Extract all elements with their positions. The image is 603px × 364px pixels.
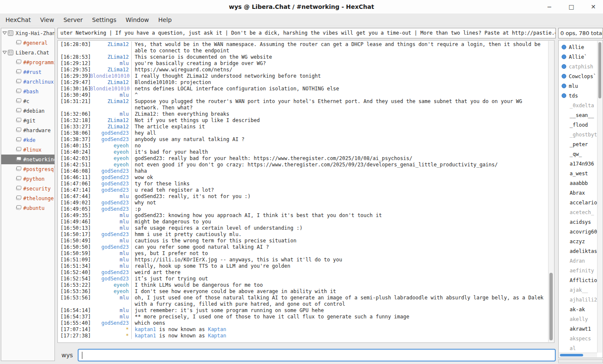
- user-row[interactable]: accelario: [559, 198, 597, 207]
- nick: godSend23: [90, 276, 132, 282]
- user-name: _ghostbyt: [570, 132, 597, 138]
- user-row[interactable]: _qw_: [559, 149, 597, 159]
- sidebar-item-kde[interactable]: #kde: [1, 135, 54, 145]
- tree-server-row[interactable]: Xing-Hai-Zhang: [1, 28, 54, 38]
- nick: ZLima12: [90, 124, 132, 130]
- user-row[interactable]: acovrig60: [559, 227, 597, 236]
- close-icon[interactable]: ✕: [589, 3, 597, 11]
- user-row[interactable]: ajak__: [559, 285, 597, 295]
- sidebar-item-security[interactable]: #security: [1, 184, 54, 193]
- timestamp: [16:53:36]: [58, 288, 90, 295]
- sidebar-item-thelounge[interactable]: #thelounge: [1, 193, 54, 203]
- user-row[interactable]: Affliction: [559, 275, 597, 285]
- chevron-down-icon[interactable]: [3, 31, 8, 35]
- user-row[interactable]: Allie: [559, 42, 597, 52]
- user-row[interactable]: adeliktas: [559, 246, 597, 256]
- message-text: Suppose you plugged the router's WAN por…: [132, 98, 548, 111]
- menu-item-window[interactable]: Window: [121, 14, 153, 26]
- user-name: _qw_: [570, 151, 582, 157]
- userlist-vscrollbar-thumb[interactable]: [598, 42, 601, 98]
- user-row[interactable]: Abrax: [559, 188, 597, 198]
- menu-item-settings[interactable]: Settings: [87, 14, 121, 26]
- user-row[interactable]: aczyz: [559, 236, 597, 246]
- sidebar-item-c[interactable]: #c: [1, 96, 54, 106]
- message-input[interactable]: [78, 349, 556, 361]
- user-row[interactable]: akspecs: [559, 334, 597, 343]
- sidebar-item-ubuntu[interactable]: #ubuntu: [1, 203, 54, 213]
- user-row[interactable]: aaabbb: [559, 178, 597, 188]
- sidebar-item-git[interactable]: #git: [1, 116, 54, 125]
- nick: godSend23: [90, 269, 132, 276]
- message-text: kaptan1 is now known as Kaptan: [132, 333, 548, 339]
- user-row[interactable]: a174n936: [559, 159, 597, 168]
- tree-server-row[interactable]: Libera.Chat: [1, 48, 54, 57]
- timestamp: [16:49:46]: [58, 219, 90, 225]
- chevron-down-icon[interactable]: [3, 51, 8, 54]
- userlist-hscrollbar[interactable]: [559, 353, 597, 357]
- user-row[interactable]: _ghostbyt: [559, 130, 597, 139]
- nick: ZLima12: [90, 117, 132, 124]
- sidebar-item-bash[interactable]: #bash: [1, 87, 54, 96]
- timestamp: [16:53:22]: [58, 282, 90, 288]
- server-name: Libera.Chat: [16, 50, 49, 56]
- user-row[interactable]: akrawt1: [559, 324, 597, 334]
- user-row[interactable]: Cowclops`: [559, 71, 597, 81]
- sidebar-item-debian[interactable]: #debian: [1, 106, 54, 116]
- minimize-icon[interactable]: −: [546, 3, 553, 11]
- maximize-icon[interactable]: □: [568, 3, 575, 11]
- timestamp: [16:49:05]: [58, 206, 90, 212]
- sidebar-item-programming[interactable]: ##programming: [1, 57, 54, 67]
- user-row[interactable]: ak-ak: [559, 304, 597, 314]
- user-name: aaabbb: [570, 180, 588, 186]
- topic-input[interactable]: uter Networking | If you have a question…: [57, 28, 556, 38]
- user-row[interactable]: a_west: [559, 168, 597, 178]
- user-row[interactable]: mlu: [559, 81, 597, 91]
- message-row: [16:49:35]mlugodSend23: knowing how you …: [58, 212, 548, 219]
- message-row: [16:29:39]Blondie101010I really thought …: [58, 73, 548, 79]
- sidebar-item-archlinux[interactable]: #archlinux: [1, 77, 54, 87]
- sidebar-item-networking[interactable]: #networking: [1, 155, 54, 164]
- user-row[interactable]: Allie`: [559, 52, 597, 62]
- nick: mlu: [90, 193, 132, 200]
- message-text: it's bad for your health: [132, 149, 548, 155]
- menu-item-hexchat[interactable]: HexChat: [1, 14, 35, 26]
- userlist-vscrollbar[interactable]: [597, 41, 602, 353]
- sidebar-item-general[interactable]: #general: [1, 38, 54, 48]
- sidebar-item-hardware[interactable]: #hardware: [1, 125, 54, 135]
- sidebar-item-rust[interactable]: ##rust: [1, 67, 54, 77]
- channel-name: ##rust: [23, 69, 41, 75]
- message-text: anybody use any natural talking AI ?: [132, 136, 548, 143]
- user-row[interactable]: acetech_: [559, 207, 597, 217]
- message-row: [16:42:51]eyeohnot even good if you don'…: [58, 162, 548, 168]
- chat-scrollbar[interactable]: [548, 41, 554, 342]
- nick: mlu: [90, 92, 132, 98]
- chat-scrollbar-thumb[interactable]: [549, 273, 553, 340]
- user-name: Abrax: [570, 190, 585, 196]
- user-row[interactable]: akelly: [559, 314, 597, 324]
- timestamp: [16:54:37]: [58, 314, 90, 320]
- menu-item-help[interactable]: Help: [154, 14, 177, 26]
- message-row: [16:49:05]godSend23:p: [58, 206, 548, 212]
- user-row[interactable]: _flood: [559, 120, 597, 130]
- user-row[interactable]: ajhalili2: [559, 295, 597, 304]
- user-row[interactable]: _peter: [559, 139, 597, 149]
- sidebar-item-python[interactable]: #python: [1, 174, 54, 184]
- timestamp: [16:54:14]: [58, 307, 90, 314]
- user-row[interactable]: catphish: [559, 62, 597, 71]
- server-icon: [8, 30, 14, 36]
- user-row[interactable]: tds: [559, 91, 597, 101]
- timestamp: [16:32:06]: [58, 111, 90, 117]
- menu-item-server[interactable]: Server: [59, 14, 87, 26]
- user-row[interactable]: acidsys: [559, 217, 597, 227]
- user-row[interactable]: Adran: [559, 256, 597, 266]
- nick: Blondie101010: [90, 86, 132, 92]
- sidebar-item-postgresql[interactable]: #postgresql: [1, 164, 54, 174]
- sidebar-item-linux[interactable]: #linux: [1, 145, 54, 155]
- menu-item-view[interactable]: View: [35, 14, 59, 26]
- message-text: This scenario is documented on the WG we…: [132, 54, 548, 60]
- userlist-hscrollbar-thumb[interactable]: [560, 354, 583, 356]
- user-row[interactable]: _0xdelta: [559, 101, 597, 110]
- user-row[interactable]: al: [559, 343, 597, 353]
- user-row[interactable]: aefinity: [559, 266, 597, 275]
- user-row[interactable]: __sean__: [559, 110, 597, 120]
